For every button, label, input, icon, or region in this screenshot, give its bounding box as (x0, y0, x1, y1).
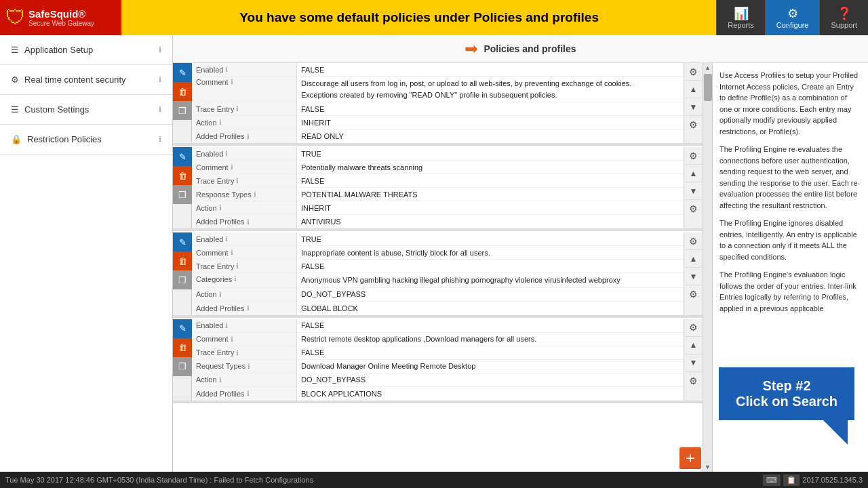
status-text: Tue May 30 2017 12:48:46 GMT+0530 (India… (5, 476, 313, 484)
field-label: Added Profiles ℹ (192, 129, 297, 143)
status-icon-1[interactable]: ⌨ (763, 474, 781, 486)
field-label: Enabled ℹ (192, 232, 297, 245)
delete-button-1[interactable]: 🗑 (173, 82, 192, 101)
settings-ctrl-4[interactable]: ⚙ (685, 319, 703, 337)
scrollbar[interactable]: ▲ ▼ (703, 63, 712, 472)
row: Enabled ℹ FALSE (192, 63, 684, 77)
info-paragraph-2: The Profiling Engine re-evaluates the co… (719, 144, 861, 211)
scroll-down-arrow[interactable]: ▼ (703, 462, 713, 472)
nav-reports[interactable]: 📊 Reports (716, 0, 765, 35)
nav-configure[interactable]: ⚙ Configure (765, 0, 820, 35)
field-label: Comment ℹ (192, 333, 297, 346)
row: Enabled ℹ FALSE (192, 319, 684, 333)
settings-ctrl-2[interactable]: ⚙ (685, 147, 703, 165)
table-scroll[interactable]: ✎ 🗑 ❐ Enabled ℹ FALSE Comment ℹ Discoura… (173, 63, 703, 472)
logo-area: 🛡 SafeSquid® Secure Web Gateway (0, 0, 122, 35)
up-ctrl-3[interactable]: ▲ (685, 250, 703, 268)
custom-settings-icon: ☰ (11, 104, 19, 115)
field-value: FALSE (297, 174, 684, 187)
up-ctrl-1[interactable]: ▲ (685, 81, 703, 98)
field-value: Potentially malware threats scanning (297, 161, 684, 174)
down-ctrl-4[interactable]: ▼ (685, 354, 703, 372)
scroll-up-arrow[interactable]: ▲ (703, 63, 713, 73)
settings-ctrl-3[interactable]: ⚙ (685, 232, 703, 250)
copy-button-3[interactable]: ❐ (173, 270, 192, 289)
nav-configure-label: Configure (776, 21, 809, 29)
copy-button-4[interactable]: ❐ (173, 357, 192, 376)
gear-ctrl-2b[interactable]: ⚙ (685, 200, 703, 218)
scroll-thumb[interactable] (704, 74, 712, 101)
policy-entry-4: ✎ 🗑 ❐ Enabled ℹ FALSE Comment ℹ Restrict… (173, 319, 703, 403)
field-value: GLOBAL BLOCK (297, 302, 684, 315)
gear-ctrl-1b[interactable]: ⚙ (685, 116, 703, 134)
nav-support-label: Support (831, 21, 857, 29)
copy-button-2[interactable]: ❐ (173, 185, 192, 204)
real-time-info-icon: ℹ (159, 75, 161, 84)
sidebar-item-custom-settings[interactable]: ☰ Custom Settings ℹ (0, 95, 172, 125)
field-label: Trace Entry ℹ (192, 174, 297, 187)
field-label: Added Profiles ℹ (192, 302, 297, 315)
field-value: FALSE (297, 346, 684, 359)
step-banner: Step #2 Click on Search (719, 367, 854, 420)
row: Comment ℹ Potentially malware threats sc… (192, 161, 684, 174)
alert-banner: You have some default policies under Pol… (122, 0, 716, 35)
row: Action ℹ INHERIT (192, 116, 684, 129)
row: Comment ℹ Inappropriate content is abuse… (192, 246, 684, 260)
entry-1-ctrl: ⚙ ▲ ▼ ⚙ (684, 63, 703, 143)
field-value: FALSE (297, 260, 684, 272)
field-label: Request Types ℹ (192, 360, 297, 373)
nav-reports-label: Reports (728, 21, 754, 29)
field-value: Anonymous VPN gambling hacking illegal p… (297, 273, 684, 287)
field-value: POTENTIAL MALWARE THREATS (297, 188, 684, 201)
field-label: Enabled ℹ (192, 319, 297, 332)
real-time-icon: ⚙ (11, 75, 19, 85)
field-value: Discourage all users from log in, post, … (297, 77, 684, 102)
entry-3-actions: ✎ 🗑 ❐ (173, 232, 192, 315)
row: Categories ℹ Anonymous VPN gambling hack… (192, 273, 684, 288)
edit-button-2[interactable]: ✎ (173, 147, 192, 166)
edit-button-1[interactable]: ✎ (173, 63, 192, 82)
delete-button-4[interactable]: 🗑 (173, 338, 192, 357)
edit-button-3[interactable]: ✎ (173, 232, 192, 251)
policies-header: ➡ Policies and profiles (173, 35, 868, 63)
sidebar-item-real-time-label: Real time content security (24, 75, 126, 85)
edit-button-4[interactable]: ✎ (173, 319, 192, 338)
sidebar-item-real-time-content[interactable]: ⚙ Real time content security ℹ (0, 65, 172, 95)
settings-ctrl-1[interactable]: ⚙ (685, 63, 703, 81)
status-bar: Tue May 30 2017 12:48:46 GMT+0530 (India… (0, 472, 868, 488)
field-value: FALSE (297, 63, 684, 76)
sidebar-item-restriction-policies-label: Restriction Policies (27, 134, 102, 144)
step-banner-line1: Step #2 (735, 378, 838, 394)
logo-brand: SafeSquid® (28, 8, 94, 20)
up-ctrl-2[interactable]: ▲ (685, 165, 703, 182)
row: Action ℹ DO_NOT_BYPASS (192, 288, 684, 302)
copy-button-1[interactable]: ❐ (173, 101, 192, 120)
sidebar-item-restriction-policies[interactable]: 🔒 Restriction Policies ℹ (0, 125, 172, 155)
delete-button-2[interactable]: 🗑 (173, 166, 192, 185)
info-paragraph-1: Use Access Profiles to setup your Profil… (719, 70, 861, 137)
add-entry-button[interactable]: + (679, 447, 701, 469)
entry-2-ctrl: ⚙ ▲ ▼ ⚙ (684, 147, 703, 228)
sidebar-item-application-setup[interactable]: ☰ Application Setup ℹ (0, 35, 172, 65)
status-icon-2[interactable]: 📋 (783, 474, 800, 486)
up-ctrl-4[interactable]: ▲ (685, 337, 703, 354)
delete-button-3[interactable]: 🗑 (173, 251, 192, 270)
down-ctrl-3[interactable]: ▼ (685, 268, 703, 285)
nav-support[interactable]: ❓ Support (819, 0, 868, 35)
gear-ctrl-4b[interactable]: ⚙ (685, 372, 703, 390)
status-right: ⌨ 📋 2017.0525.1345.3 (763, 474, 863, 486)
sidebar-item-custom-settings-label: Custom Settings (24, 104, 89, 115)
field-value: INHERIT (297, 201, 684, 214)
field-label: Action ℹ (192, 373, 297, 386)
policy-entry-3: ✎ 🗑 ❐ Enabled ℹ TRUE Comment ℹ Inappropr… (173, 232, 703, 318)
down-ctrl-1[interactable]: ▼ (685, 98, 703, 116)
field-value: TRUE (297, 232, 684, 245)
field-label: Trace Entry ℹ (192, 346, 297, 359)
row: Enabled ℹ TRUE (192, 147, 684, 161)
down-ctrl-2[interactable]: ▼ (685, 182, 703, 200)
field-value: ANTIVIRUS (297, 215, 684, 228)
field-label: Comment ℹ (192, 161, 297, 174)
row: Comment ℹ Restrict remote desktop applic… (192, 333, 684, 346)
info-paragraph-3: The Profiling Engine ignores disabled en… (719, 218, 861, 262)
gear-ctrl-3b[interactable]: ⚙ (685, 285, 703, 303)
